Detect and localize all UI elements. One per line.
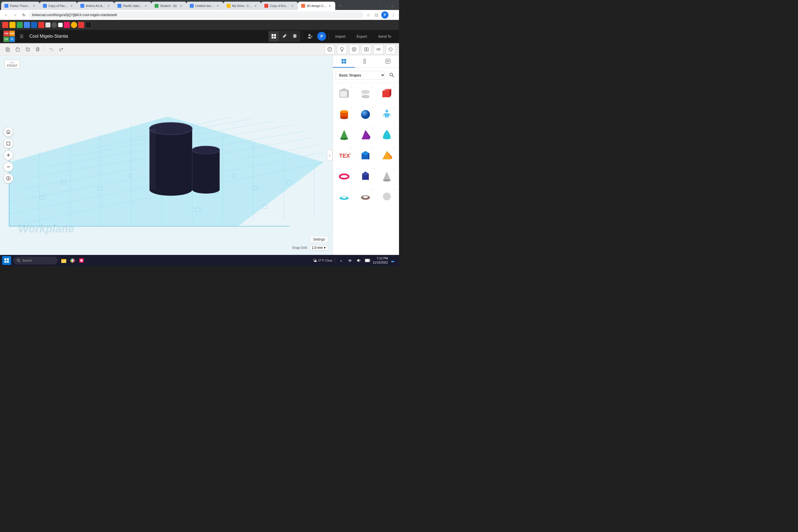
tab-3[interactable]: Anthro Art &... ✕	[77, 2, 114, 10]
notification-icon[interactable]: 1	[389, 256, 397, 264]
start-button[interactable]	[2, 256, 11, 265]
shapes-search-button[interactable]	[387, 71, 396, 79]
shape-item-cylinder-hole[interactable]: ☆	[356, 84, 375, 103]
grid-view-button[interactable]	[269, 31, 279, 41]
shape-item-box3[interactable]: ☆	[356, 166, 375, 186]
close-button[interactable]: ✕	[391, 4, 395, 8]
mirror-button[interactable]	[361, 44, 371, 54]
forms-ext-icon[interactable]	[31, 22, 37, 28]
shape-item-box2[interactable]: ☆	[356, 146, 375, 165]
shapes-category-select[interactable]: Basic Shapes	[336, 71, 385, 79]
shape-item-box-hole[interactable]: ☆	[335, 84, 354, 103]
tab-5[interactable]: Student : (6) ✕	[151, 2, 187, 10]
3d-viewport[interactable]: Workplane For FRONT + −	[0, 55, 332, 255]
ruler-button[interactable]	[386, 44, 396, 54]
tab-1-close[interactable]: ✕	[32, 4, 36, 8]
tab-1[interactable]: Parker Thom... ✕	[1, 2, 40, 10]
user-avatar[interactable]: P	[317, 32, 326, 41]
shape-item-cone2[interactable]: ☆	[377, 166, 397, 186]
shape-item-flat-torus[interactable]: ☆	[335, 187, 354, 206]
tab-8[interactable]: Copy of Em... ✕	[261, 2, 298, 10]
volume-icon[interactable]	[355, 256, 363, 264]
sheets-ext-icon[interactable]	[17, 22, 23, 28]
yellow-ext-icon[interactable]	[71, 22, 77, 28]
shape-item-box-red[interactable]: ☆	[377, 84, 397, 103]
duplicate-button[interactable]	[23, 45, 32, 54]
add-user-button[interactable]	[305, 31, 315, 41]
paste-button[interactable]	[13, 45, 22, 54]
shape-item-torus[interactable]: ☆	[335, 166, 354, 186]
pink-ext-icon[interactable]	[64, 22, 70, 28]
home-view-button[interactable]	[3, 127, 13, 137]
slides-ext-icon[interactable]	[38, 22, 44, 28]
taskbar-chrome-icon[interactable]	[69, 256, 76, 264]
shape-item-text3d[interactable]: ☆ TEXT	[335, 146, 354, 165]
tab-5-close[interactable]: ✕	[179, 4, 183, 8]
large-cylinder[interactable]	[149, 122, 192, 196]
tab-2-close[interactable]: ✕	[69, 4, 74, 8]
dark-ext-icon[interactable]	[86, 22, 92, 28]
layers-button[interactable]	[290, 31, 300, 41]
import-button[interactable]: Import	[331, 32, 350, 41]
shape-item-cone[interactable]: ☆	[335, 125, 354, 145]
compass-button[interactable]	[3, 173, 13, 184]
delete-button[interactable]	[33, 45, 42, 54]
menu-hamburger-button[interactable]: ☰	[17, 32, 26, 41]
taskbar-paint-icon[interactable]	[78, 256, 86, 264]
taskbar-explorer-icon[interactable]	[60, 256, 68, 264]
extensions-button[interactable]: ⋮	[390, 11, 397, 19]
battery-icon[interactable]	[364, 256, 372, 264]
shape-item-pyramid2[interactable]: ☆	[377, 146, 397, 165]
panel-tab-ruler[interactable]	[355, 55, 377, 68]
drive-ext-icon[interactable]	[10, 22, 16, 28]
shape-item-sphere[interactable]: ☆	[356, 105, 375, 124]
shape-item-donut[interactable]: ☆	[356, 187, 375, 206]
tray-up-arrow[interactable]: ▲	[337, 256, 345, 264]
wifi-icon[interactable]	[346, 256, 354, 264]
back-button[interactable]: ←	[2, 11, 10, 19]
shape-item-figure[interactable]: ☆	[377, 105, 397, 124]
tab-2[interactable]: Copy of Pac... ✕	[40, 2, 77, 10]
taskbar-search[interactable]: Search	[13, 256, 58, 264]
tinkercad-logo[interactable]: TIN KER CA D	[3, 31, 15, 42]
clock-display[interactable]: 7:12 PM 11/15/2022	[373, 256, 388, 265]
minimize-button[interactable]: ─	[379, 4, 382, 8]
profile-button[interactable]: P	[381, 11, 388, 19]
tab-9-close[interactable]: ✕	[327, 4, 332, 8]
white-ext-icon[interactable]	[58, 23, 63, 27]
tab-9[interactable]: 3D design C... ✕	[298, 2, 336, 10]
zoom-out-button[interactable]: −	[3, 162, 13, 172]
settings-button[interactable]: Settings	[310, 236, 328, 243]
send-to-button[interactable]: Send To	[374, 32, 396, 41]
forward-button[interactable]: →	[11, 11, 19, 19]
shape-item-extra[interactable]: ☆	[377, 187, 397, 206]
copy-button[interactable]	[3, 45, 12, 54]
shape-item-pyramid[interactable]: ☆	[356, 125, 375, 145]
redo-button[interactable]	[57, 45, 66, 54]
maximize-button[interactable]: □	[385, 4, 388, 8]
red-ext-icon[interactable]	[78, 22, 84, 28]
search-ext-icon[interactable]	[52, 22, 57, 28]
flatten-button[interactable]	[374, 44, 383, 54]
expand-panel-handle[interactable]: ›	[327, 150, 332, 161]
bulb-button[interactable]	[337, 44, 347, 54]
export-button[interactable]: Export	[352, 32, 372, 41]
panel-tab-notes[interactable]	[377, 55, 399, 68]
docs-ext-icon[interactable]	[24, 22, 30, 28]
shape-item-cylinder[interactable]: ☆	[335, 105, 354, 124]
tab-6[interactable]: Untitled doc... ✕	[187, 2, 223, 10]
reload-button[interactable]: ↻	[20, 11, 28, 19]
tab-7-close[interactable]: ✕	[253, 4, 258, 8]
tab-8-close[interactable]: ✕	[290, 4, 294, 8]
snap-value-display[interactable]: 1.0 mm ▾	[309, 245, 328, 250]
align-button[interactable]	[349, 44, 359, 54]
annotation-button[interactable]	[325, 44, 335, 54]
panel-tab-grid[interactable]	[333, 55, 355, 68]
tab-7[interactable]: My Drive - C... ✕	[223, 2, 261, 10]
address-input[interactable]	[29, 11, 363, 19]
misc-ext-icon[interactable]	[45, 22, 51, 27]
tab-3-close[interactable]: ✕	[107, 4, 111, 8]
shape-item-paraboloid[interactable]: ☆	[377, 125, 397, 145]
zoom-in-button[interactable]: +	[3, 150, 13, 160]
gmail-ext-icon[interactable]	[2, 22, 8, 28]
